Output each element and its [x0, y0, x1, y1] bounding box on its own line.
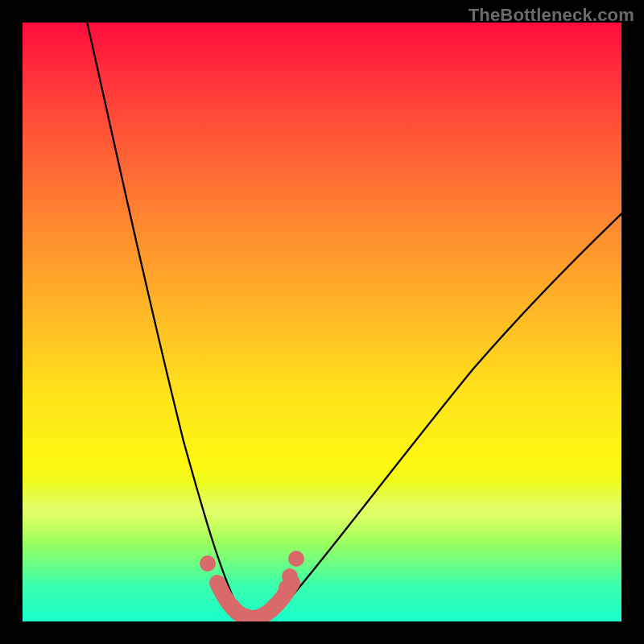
marker-dot — [200, 555, 216, 572]
marker-dot — [267, 597, 283, 613]
marker-dot — [288, 551, 304, 567]
chart-svg — [23, 23, 621, 621]
chart-plot-area — [23, 23, 621, 621]
marker-dot — [282, 568, 298, 584]
curve-left-branch — [85, 23, 252, 620]
curve-right-branch — [252, 208, 621, 620]
marker-dot — [211, 578, 227, 594]
watermark-text: TheBottleneck.com — [469, 5, 634, 26]
marker-dot — [224, 598, 240, 614]
